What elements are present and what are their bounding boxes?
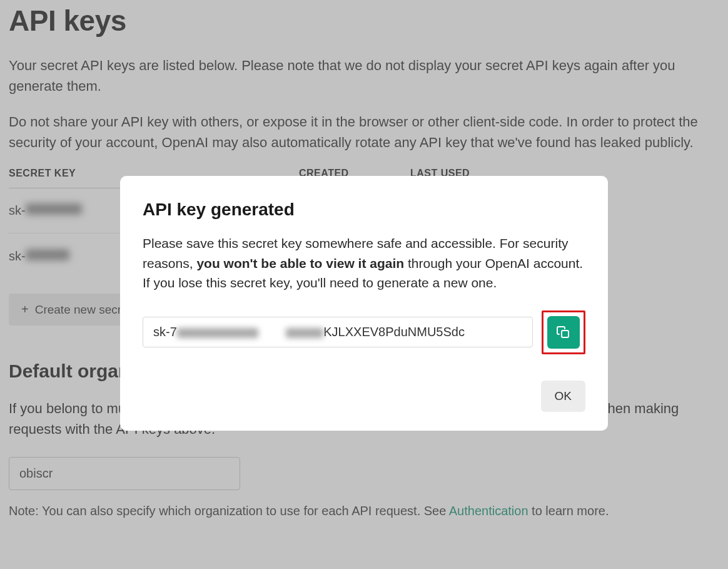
generated-key-field[interactable]: sk-7 KJLXXEV8PduNMU5Sdc bbox=[143, 317, 533, 347]
svg-rect-0 bbox=[562, 331, 569, 337]
copy-icon bbox=[556, 325, 571, 340]
modal-overlay: API key generated Please save this secre… bbox=[0, 0, 728, 569]
modal-title: API key generated bbox=[143, 200, 585, 220]
api-key-generated-modal: API key generated Please save this secre… bbox=[120, 176, 608, 431]
copy-key-button[interactable] bbox=[547, 316, 580, 349]
modal-description: Please save this secret key somewhere sa… bbox=[143, 233, 585, 293]
copy-highlight bbox=[542, 310, 585, 354]
generated-key-row: sk-7 KJLXXEV8PduNMU5Sdc bbox=[143, 310, 585, 354]
ok-button[interactable]: OK bbox=[541, 381, 585, 412]
